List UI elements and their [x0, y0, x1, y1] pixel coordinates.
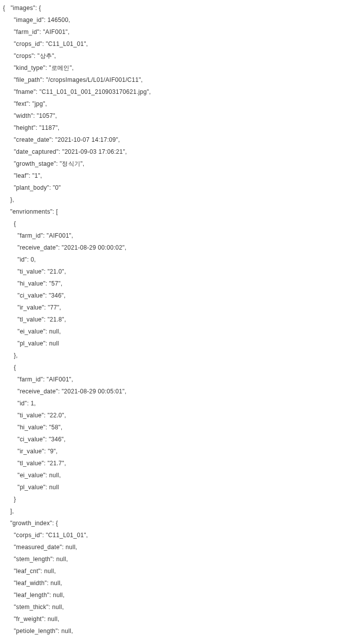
json-code-block: { "images": { "image_id": 146500, "farm_… — [0, 0, 348, 637]
